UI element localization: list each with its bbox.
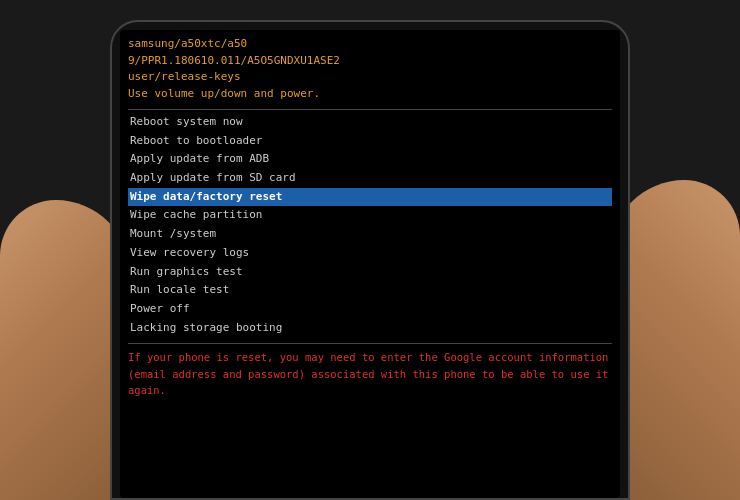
- header-line1: samsung/a50xtc/a50: [128, 36, 612, 53]
- menu-item-apply-adb[interactable]: Apply update from ADB: [128, 150, 612, 169]
- menu-item-power-off[interactable]: Power off: [128, 300, 612, 319]
- device-info-header: samsung/a50xtc/a50 9/PPR1.180610.011/A5O…: [128, 36, 612, 102]
- menu-item-reboot-system[interactable]: Reboot system now: [128, 113, 612, 132]
- menu-item-view-logs[interactable]: View recovery logs: [128, 244, 612, 263]
- recovery-menu: samsung/a50xtc/a50 9/PPR1.180610.011/A5O…: [128, 36, 612, 492]
- menu-item-wipe-cache[interactable]: Wipe cache partition: [128, 206, 612, 225]
- menu-item-lacking-storage[interactable]: Lacking storage booting: [128, 319, 612, 338]
- menu-item-apply-sdcard[interactable]: Apply update from SD card: [128, 169, 612, 188]
- header-line4: Use volume up/down and power.: [128, 86, 612, 103]
- header-line2: 9/PPR1.180610.011/A5O5GNDXU1ASE2: [128, 53, 612, 70]
- menu-item-wipe-data[interactable]: Wipe data/factory reset: [128, 188, 612, 207]
- warning-text: If your phone is reset, you may need to …: [128, 349, 612, 398]
- menu-item-graphics-test[interactable]: Run graphics test: [128, 263, 612, 282]
- menu-item-reboot-bootloader[interactable]: Reboot to bootloader: [128, 132, 612, 151]
- divider-top: [128, 109, 612, 110]
- warning-area: If your phone is reset, you may need to …: [128, 343, 612, 398]
- menu-list: Reboot system now Reboot to bootloader A…: [128, 113, 612, 337]
- phone-screen: samsung/a50xtc/a50 9/PPR1.180610.011/A5O…: [120, 30, 620, 498]
- menu-item-locale-test[interactable]: Run locale test: [128, 281, 612, 300]
- photo-background: samsung/a50xtc/a50 9/PPR1.180610.011/A5O…: [0, 0, 740, 500]
- menu-item-mount-system[interactable]: Mount /system: [128, 225, 612, 244]
- phone-body: samsung/a50xtc/a50 9/PPR1.180610.011/A5O…: [110, 20, 630, 500]
- header-line3: user/release-keys: [128, 69, 612, 86]
